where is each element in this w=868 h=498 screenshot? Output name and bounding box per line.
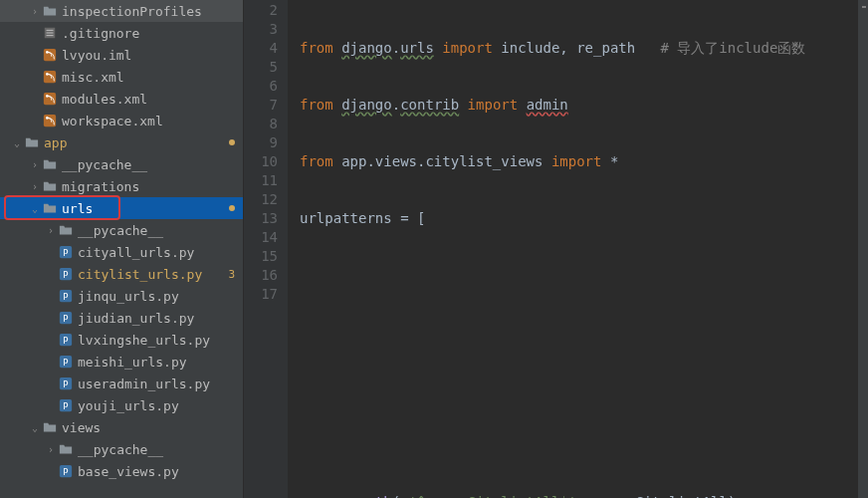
tree-item-migrations[interactable]: migrations — [0, 175, 243, 197]
code-line: re_path(r'^queryCitylistAll$', queryCity… — [300, 493, 868, 498]
line-number: 12 — [244, 190, 278, 209]
xml-icon — [42, 91, 58, 107]
gutter: 234567891011121314151617 — [244, 0, 288, 498]
folder-icon — [42, 178, 58, 194]
tree-item-base-views-py[interactable]: Pbase_views.py — [0, 460, 243, 482]
tree-item-app[interactable]: app — [0, 131, 243, 153]
tree-item-label: modules.xml — [62, 92, 235, 107]
tree-item-meishi-urls-py[interactable]: Pmeishi_urls.py — [0, 351, 243, 373]
tree-item--gitignore[interactable]: .gitignore — [0, 22, 243, 44]
py-icon: P — [58, 332, 74, 348]
tree-item-label: urls — [62, 201, 223, 216]
svg-text:P: P — [63, 292, 68, 302]
tree-item-jinqu-urls-py[interactable]: Pjinqu_urls.py — [0, 285, 243, 307]
tree-item-label: __pycache__ — [78, 442, 235, 457]
py-icon: P — [58, 266, 74, 282]
chevron-right-icon[interactable] — [44, 442, 58, 456]
line-number: 17 — [244, 285, 278, 304]
folder-icon — [42, 419, 58, 435]
tree-item-label: lvxingshe_urls.py — [78, 333, 235, 348]
line-number: 15 — [244, 247, 278, 266]
line-number: 10 — [244, 152, 278, 171]
code-area[interactable]: from django.urls import include, re_path… — [288, 0, 868, 498]
tree-item-modules-xml[interactable]: modules.xml — [0, 88, 243, 110]
tree-item-label: useradmin_urls.py — [78, 376, 235, 391]
code-line: from app.views.citylist_views import * — [300, 152, 868, 171]
py-icon: P — [58, 397, 74, 413]
xml-icon — [42, 47, 58, 63]
line-number: 13 — [244, 209, 278, 228]
chevron-down-icon[interactable] — [28, 201, 42, 215]
tree-item-label: migrations — [62, 179, 235, 194]
py-icon: P — [58, 354, 74, 370]
tree-item-label: base_views.py — [78, 464, 235, 479]
tree-item-label: app — [44, 135, 223, 150]
folder-icon — [58, 441, 74, 457]
chevron-down-icon[interactable] — [10, 135, 24, 149]
chevron-right-icon[interactable] — [28, 157, 42, 171]
folder-icon — [42, 200, 58, 216]
tree-item-useradmin-urls-py[interactable]: Puseradmin_urls.py — [0, 373, 243, 394]
chevron-right-icon[interactable] — [28, 179, 42, 193]
svg-text:P: P — [63, 467, 68, 477]
tree-item-label: .gitignore — [62, 26, 235, 41]
code-editor[interactable]: 234567891011121314151617 from django.url… — [244, 0, 868, 498]
folder-icon — [42, 3, 58, 19]
svg-text:P: P — [63, 379, 68, 389]
tree-item--pycache-[interactable]: __pycache__ — [0, 219, 243, 241]
chevron-down-icon[interactable] — [28, 420, 42, 434]
tree-item-label: cityall_urls.py — [78, 245, 235, 260]
svg-text:P: P — [63, 270, 68, 280]
svg-text:P: P — [63, 248, 68, 258]
tree-item-youji-urls-py[interactable]: Pyouji_urls.py — [0, 394, 243, 416]
chevron-right-icon[interactable] — [44, 223, 58, 237]
line-number: 16 — [244, 266, 278, 285]
tree-item-cityall-urls-py[interactable]: Pcityall_urls.py — [0, 241, 243, 263]
project-tree[interactable]: inspectionProfiles.gitignorelvyou.imlmis… — [0, 0, 244, 498]
tree-item--pycache-[interactable]: __pycache__ — [0, 153, 243, 175]
code-line: from django.urls import include, re_path… — [300, 39, 868, 58]
tree-item-label: misc.xml — [62, 70, 235, 85]
scrollbar-vertical[interactable] — [858, 0, 868, 498]
tree-item-jiudian-urls-py[interactable]: Pjiudian_urls.py — [0, 307, 243, 329]
line-number: 9 — [244, 133, 278, 152]
tree-item-label: jiudian_urls.py — [78, 311, 235, 326]
tree-item-label: views — [62, 420, 235, 435]
tree-item-label: meishi_urls.py — [78, 355, 235, 370]
tree-item-citylist-urls-py[interactable]: Pcitylist_urls.py3 — [0, 263, 243, 285]
chevron-right-icon[interactable] — [28, 4, 42, 18]
line-number: 4 — [244, 39, 278, 58]
modified-dot-icon — [229, 205, 235, 211]
code-line — [300, 323, 868, 342]
tree-item-label: workspace.xml — [62, 114, 235, 128]
tree-item-misc-xml[interactable]: misc.xml — [0, 66, 243, 88]
svg-text:P: P — [63, 358, 68, 368]
change-count-badge: 3 — [222, 268, 235, 281]
tree-item-views[interactable]: views — [0, 416, 243, 438]
code-line: urlpatterns = [ — [300, 209, 868, 228]
tree-item-label: inspectionProfiles — [62, 4, 235, 19]
line-number: 14 — [244, 228, 278, 247]
tree-item-lvxingshe-urls-py[interactable]: Plvxingshe_urls.py — [0, 329, 243, 351]
tree-item-label: youji_urls.py — [78, 398, 235, 413]
tree-item-inspectionprofiles[interactable]: inspectionProfiles — [0, 0, 243, 22]
xml-icon — [42, 69, 58, 85]
tree-item-label: citylist_urls.py — [78, 267, 222, 282]
line-number: 8 — [244, 115, 278, 133]
tree-item-workspace-xml[interactable]: workspace.xml — [0, 110, 243, 131]
py-icon: P — [58, 375, 74, 391]
line-number: 6 — [244, 77, 278, 96]
line-number: 3 — [244, 20, 278, 39]
svg-text:P: P — [63, 336, 68, 346]
folder-icon — [58, 222, 74, 238]
folder-icon — [42, 156, 58, 172]
py-icon: P — [58, 288, 74, 304]
svg-text:P: P — [63, 401, 68, 411]
line-number: 2 — [244, 1, 278, 20]
line-number: 7 — [244, 96, 278, 115]
py-icon: P — [58, 463, 74, 479]
tree-item-lvyou-iml[interactable]: lvyou.iml — [0, 44, 243, 66]
tree-item--pycache-[interactable]: __pycache__ — [0, 438, 243, 460]
xml-icon — [42, 113, 58, 128]
tree-item-urls[interactable]: urls — [0, 197, 243, 219]
